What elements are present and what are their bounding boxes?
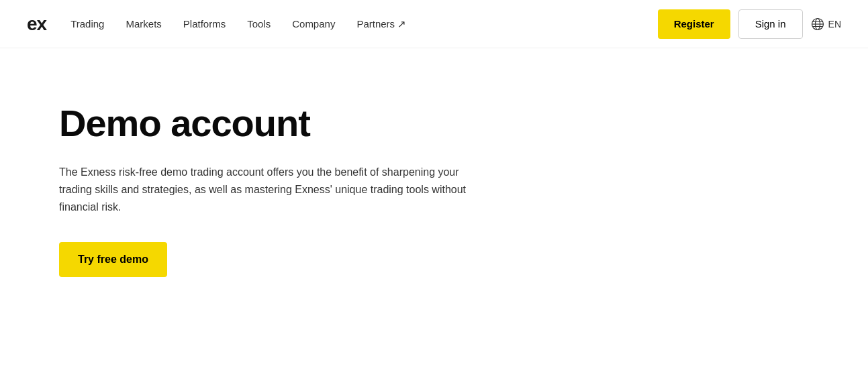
hero-title: Demo account [59, 102, 483, 145]
logo[interactable]: ex [27, 13, 46, 35]
nav-link-partners[interactable]: Partners ↗ [356, 18, 406, 30]
logo-text: ex [27, 13, 46, 35]
navbar-right: Register Sign in EN [658, 9, 841, 39]
language-label: EN [828, 19, 841, 30]
hero-section: Demo account The Exness risk-free demo t… [0, 48, 510, 317]
nav-link-platforms[interactable]: Platforms [183, 18, 226, 30]
globe-icon [811, 17, 824, 31]
navbar: ex Trading Markets Platforms Tools Compa… [0, 0, 868, 48]
language-selector[interactable]: EN [811, 17, 841, 31]
try-free-demo-button[interactable]: Try free demo [59, 242, 167, 277]
hero-description: The Exness risk-free demo trading accoun… [59, 164, 475, 215]
register-button[interactable]: Register [658, 9, 730, 39]
nav-link-trading[interactable]: Trading [70, 18, 104, 30]
nav-link-tools[interactable]: Tools [247, 18, 271, 30]
nav-link-markets[interactable]: Markets [126, 18, 161, 30]
signin-button[interactable]: Sign in [738, 9, 803, 39]
nav-link-company[interactable]: Company [292, 18, 335, 30]
nav-links: Trading Markets Platforms Tools Company … [70, 18, 406, 30]
navbar-left: ex Trading Markets Platforms Tools Compa… [27, 13, 406, 35]
